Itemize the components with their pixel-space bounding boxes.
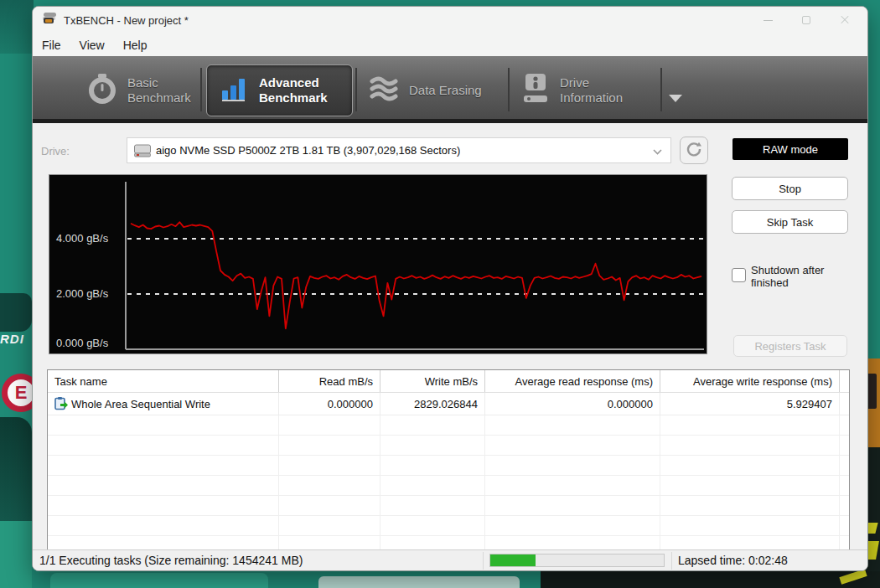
y-axis-tick-label: 2.000 gB/s [49,287,122,300]
y-axis-tick-label: 4.000 gB/s [49,232,122,245]
progress-bar-fill [490,554,536,566]
drive-info-icon [521,72,550,109]
tab-label: BasicBenchmark [127,75,191,106]
drive-select-value: aigo NVMe SSD P5000Z 2TB 1.81 TB (3,907,… [156,144,460,157]
drive-icon [134,144,151,157]
status-divider [483,552,484,570]
tab-label: AdvancedBenchmark [259,75,328,106]
toolbar-overflow-icon[interactable] [669,95,682,102]
stop-button[interactable]: Stop [732,177,848,200]
wallpaper-shape [50,573,268,588]
tab-data-erasing[interactable]: Data Erasing [364,64,482,116]
table-row-empty [48,456,849,476]
avg-write-cell: 5.929407 [660,393,840,415]
toolbar: BasicBenchmark AdvancedBenchmark [33,56,867,123]
chevron-down-icon [653,143,662,158]
table-row-empty [48,516,849,536]
menu-file[interactable]: File [33,39,70,52]
menu-help[interactable]: Help [114,39,157,52]
shutdown-after-finished-checkbox[interactable] [732,268,746,282]
table-row-empty [48,496,849,516]
column-header-avg-write[interactable]: Average write response (ms) [660,370,840,392]
minimize-button[interactable] [748,7,787,34]
close-icon [840,15,850,25]
drive-label: Drive: [41,145,70,157]
table-header: Task name Read mB/s Write mB/s Average r… [48,370,849,393]
shutdown-after-finished-label: Shutdown after finished [751,264,845,289]
status-bar: 1/1 Executing tasks (Size remaining: 145… [33,549,867,570]
wallpaper-ground [0,521,32,588]
table-row-empty [48,476,849,496]
read-cell: 0.000000 [279,393,380,415]
throughput-chart: 4.000 gB/s 2.000 gB/s 0.000 gB/s [49,174,707,354]
table-row-empty [48,436,849,456]
desktop: RDI E TxBENCH - New project * [0,0,880,588]
tab-advanced-benchmark[interactable]: AdvancedBenchmark [206,64,353,116]
avg-read-cell: 0.000000 [485,393,660,415]
table-row-empty [48,415,849,436]
table-empty-rows [48,415,849,556]
lapsed-time-text: Lapsed time: 0:02:48 [678,554,788,567]
wallpaper-car-body [0,417,32,523]
toolbar-separator [508,68,510,111]
wallpaper-shape [318,576,520,588]
menu-view[interactable]: View [70,39,114,52]
column-header-write[interactable]: Write mB/s [380,370,485,392]
title-bar[interactable]: TxBENCH - New project * [33,7,867,34]
toolbar-separator [200,68,202,111]
toolbar-separator [355,68,357,111]
maximize-button[interactable] [787,7,826,34]
column-header-filler [840,370,853,392]
tab-basic-benchmark[interactable]: BasicBenchmark [79,64,191,116]
minimize-icon [764,20,773,21]
txbench-window: TxBENCH - New project * File View Help [32,6,868,571]
erase-waves-icon [369,75,399,106]
raw-mode-button[interactable]: RAW mode [732,138,848,160]
progress-bar [489,554,665,567]
y-axis-tick-label: 0.000 gB/s [49,337,122,349]
bar-chart-icon [220,75,249,106]
task-icon [54,397,68,410]
column-header-read[interactable]: Read mB/s [279,370,380,392]
close-button[interactable] [826,7,864,34]
wallpaper-text: RDI [0,332,32,346]
wallpaper-corner [0,0,34,54]
write-cell: 2829.026844 [380,393,485,415]
drive-select[interactable]: aigo NVMe SSD P5000Z 2TB 1.81 TB (3,907,… [127,137,671,163]
tab-label: Data Erasing [409,83,482,98]
menu-bar: File View Help [33,34,867,56]
registers-task-button[interactable]: Registers Task [733,335,847,357]
filler-cell [840,393,853,415]
skip-task-button[interactable]: Skip Task [732,210,848,234]
wallpaper-dark-strip [541,571,880,588]
status-divider [671,552,672,570]
column-header-avg-read[interactable]: Average read response (ms) [485,370,660,392]
status-executing-text: 1/1 Executing tasks (Size remaining: 145… [39,554,303,567]
toolbar-separator [660,68,662,111]
chart-plot-area [49,175,707,353]
wallpaper-car-wing [0,293,32,332]
stopwatch-icon [87,72,117,109]
tab-drive-information[interactable]: DriveInformation [516,64,623,116]
window-title: TxBENCH - New project * [64,14,189,27]
maximize-icon [802,16,810,24]
app-icon [43,13,57,28]
refresh-icon [686,141,702,161]
table-row[interactable]: Whole Area Sequential Write 0.000000 282… [48,393,849,415]
task-table: Task name Read mB/s Write mB/s Average r… [47,369,850,555]
refresh-drives-button[interactable] [680,137,708,164]
column-header-task-name[interactable]: Task name [48,370,279,392]
tab-label: DriveInformation [560,75,623,106]
task-name-cell: Whole Area Sequential Write [48,393,279,415]
